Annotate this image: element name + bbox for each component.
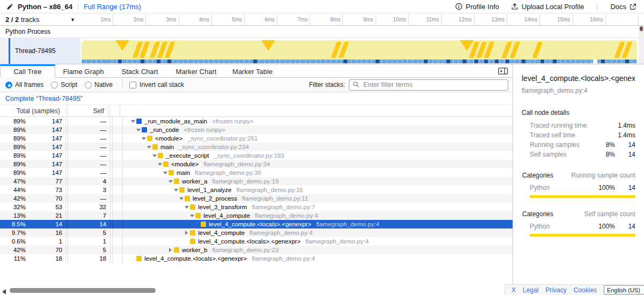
call-tree-panel: All framesScriptNative Invert call stack… [0,78,513,284]
cell-self: — [68,134,111,143]
ruler-tick: 5ms [212,14,245,25]
column-header-self[interactable]: Self [68,105,108,116]
info-icon [455,3,463,10]
upload-profile-button[interactable]: Upload Local Profile [507,3,588,11]
open-sidebar-icon [498,67,508,75]
table-row[interactable]: 89%147—<module>flamegraph_demo.py:34 [0,160,513,168]
table-row[interactable]: 89%147—_execute_script_sync_coordinator.… [0,151,513,160]
expander-open-icon[interactable] [172,189,179,191]
cell-self: 32 [68,203,111,211]
thread-track-label[interactable]: Thread-78495 [10,38,80,64]
header-divider [78,3,78,10]
tab-flame-graph[interactable]: Flame Graph [55,64,112,78]
cell-spacer [113,126,123,134]
tab-marker-chart[interactable]: Marker Chart [168,64,224,78]
sample-dense-mark [376,60,379,63]
cell-total: 89%147 [0,168,66,177]
language-select[interactable]: English (US) [604,285,644,294]
cell-function: main_sync_coordinator.py:234 [123,144,513,150]
expander-open-icon[interactable] [178,197,185,200]
detail-label: Self samples [522,151,592,158]
tab-marker-table[interactable]: Marker Table [224,64,281,78]
table-row[interactable]: 8.5%1414level_4_compute.<locals>.<genexp… [0,220,513,228]
table-row[interactable]: 42%705worker_bflamegraph_demo.py:23 [0,246,513,254]
full-range-link[interactable]: Full Range (17ms) [84,3,141,11]
cell-self: — [68,143,111,151]
invert-call-stack-toggle[interactable]: Invert call stack [129,81,184,88]
footer-link-x[interactable]: X [511,286,516,294]
selected-node-file: flamegraph_demo.py:4 [522,87,635,94]
thread-track[interactable]: Thread-78495 [0,38,639,64]
table-row[interactable]: 0.6%11level_4_compute.<locals>.<genexpr>… [0,237,513,246]
table-row[interactable]: 44%733level_1_analyzeflamegraph_demo.py:… [0,186,513,194]
external-link-icon [630,3,636,10]
expander-open-icon[interactable] [188,215,195,217]
tab-call-tree[interactable]: Call Tree [0,64,55,78]
total-percent: 89% [0,144,26,150]
detail-percent: 8% [592,141,615,149]
thread-track-canvas[interactable] [80,38,639,64]
cell-self: — [68,160,111,168]
cell-self: 7 [68,211,111,220]
radio-button-icon[interactable] [5,82,12,88]
scroll-left-arrow-icon[interactable] [2,289,6,294]
radio-button-icon[interactable] [51,82,58,88]
scrollbar-thumb[interactable] [640,26,643,31]
expander-open-icon[interactable] [140,137,147,140]
table-row[interactable]: 89%147—<module>_sync_coordinator.py:251 [0,134,513,143]
expander-open-icon[interactable] [145,146,152,149]
docs-link[interactable]: Docs [606,3,644,11]
time-ticks: 1ms2ms3ms4ms5ms6ms7ms8ms9ms10ms11ms12ms1… [80,14,639,25]
total-percent: 42% [0,247,26,253]
footer-link-cookies[interactable]: Cookies [574,286,597,294]
tracks-dropdown[interactable]: 2 / 2 tracks ▼ [0,14,80,25]
expander-open-icon[interactable] [135,129,142,131]
process-track[interactable]: Python Process [0,26,639,38]
category-square-icon [179,187,185,193]
table-row[interactable]: 89%147—mainflamegraph_demo.py:30 [0,168,513,177]
tab-stack-chart[interactable]: Stack Chart [112,64,168,78]
table-row[interactable]: 89%147—_run_module_as_main<frozen runpy> [0,117,513,126]
expander-open-icon[interactable] [151,154,158,157]
expander-open-icon[interactable] [183,206,190,209]
cell-total: 44%73 [0,186,66,194]
radio-button-icon[interactable] [85,82,92,88]
invert-call-stack-checkbox[interactable] [129,82,136,88]
table-row[interactable]: 89%147—main_sync_coordinator.py:234 [0,143,513,151]
footer-link-privacy[interactable]: Privacy [545,286,566,294]
cell-spacer [113,134,123,143]
table-row[interactable]: 89%147—_run_code<frozen runpy> [0,126,513,134]
sample-dense-mark [484,60,488,63]
table-row[interactable]: 47%774worker_aflamegraph_demo.py:19 [0,177,513,186]
expander-closed-icon[interactable] [167,248,174,252]
profile-info-button[interactable]: Profile Info [451,3,503,11]
function-file: _sync_coordinator.py:193 [214,152,284,159]
call-tree-rows: 89%147—_run_module_as_main<frozen runpy>… [0,117,513,263]
ruler-tick: 14ms [507,14,540,25]
radio-all-frames[interactable]: All frames [5,81,43,88]
horizontal-scrollbar-thumb[interactable] [10,288,156,293]
category-square-icon [163,161,169,167]
radio-native[interactable]: Native [85,81,113,88]
table-row[interactable]: 9.7%165level_4_computeflamegraph_demo.py… [0,228,513,237]
filter-stacks-input[interactable] [349,79,508,91]
total-samples: 147 [26,144,65,150]
sample-dense-mark [553,60,557,63]
expander-open-icon[interactable] [162,172,169,174]
cell-total: 89%147 [0,117,66,126]
expander-open-icon[interactable] [129,120,136,123]
table-row[interactable]: 32%5332level_3_transformflamegraph_demo.… [0,203,513,211]
expander-open-icon[interactable] [167,180,174,183]
column-header-total[interactable]: Total (samples) [0,107,66,115]
expander-closed-icon[interactable] [183,231,190,235]
expander-open-icon[interactable] [156,163,163,166]
radio-script[interactable]: Script [51,81,77,88]
edit-profile-name-icon[interactable] [6,3,13,10]
table-row[interactable]: 13%217level_4_computeflamegraph_demo.py:… [0,211,513,220]
footer-link-legal[interactable]: Legal [523,286,538,294]
tracks-vertical-scrollbar[interactable] [639,26,644,64]
breadcrumb[interactable]: Complete “Thread-78495” [5,95,83,102]
cell-self: — [68,126,111,134]
table-row[interactable]: 11%1818level_4_compute.<locals>.<genexpr… [0,254,513,263]
table-row[interactable]: 42%70—level_2_processflamegraph_demo.py:… [0,194,513,203]
